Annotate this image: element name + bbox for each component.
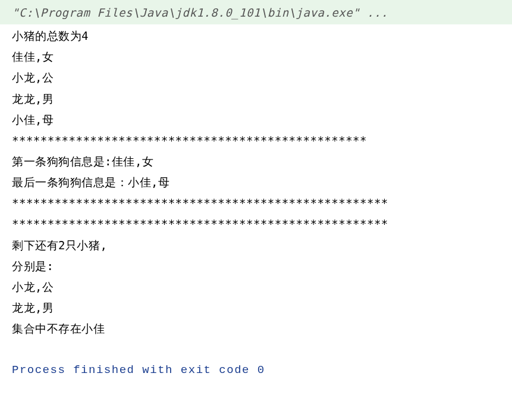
output-line: 集合中不存在小佳	[12, 318, 500, 339]
output-line: 小龙,公	[12, 67, 500, 88]
output-line: 第一条狗狗信息是:佳佳,女	[12, 151, 500, 172]
output-line: 小猪的总数为4	[12, 26, 500, 46]
output-line: 小龙,公	[12, 277, 500, 297]
output-line: 佳佳,女	[12, 46, 500, 67]
output-line: ****************************************…	[12, 193, 500, 214]
output-line: 龙龙,男	[12, 89, 500, 109]
process-exit-line: Process finished with exit code 0	[12, 360, 500, 381]
output-line: 龙龙,男	[12, 297, 500, 318]
output-line: ****************************************…	[12, 214, 500, 234]
output-line: 小佳,母	[12, 109, 500, 130]
blank-line	[12, 339, 500, 360]
output-line: 最后一条狗狗信息是：小佳,母	[12, 172, 500, 193]
output-line: 分别是:	[12, 256, 500, 277]
command-line: "C:\Program Files\Java\jdk1.8.0_101\bin\…	[0, 0, 512, 24]
console-output: 小猪的总数为4佳佳,女小龙,公龙龙,男小佳,母*****************…	[12, 26, 500, 339]
output-line: 剩下还有2只小猪,	[12, 235, 500, 256]
output-line: ****************************************…	[12, 130, 500, 151]
